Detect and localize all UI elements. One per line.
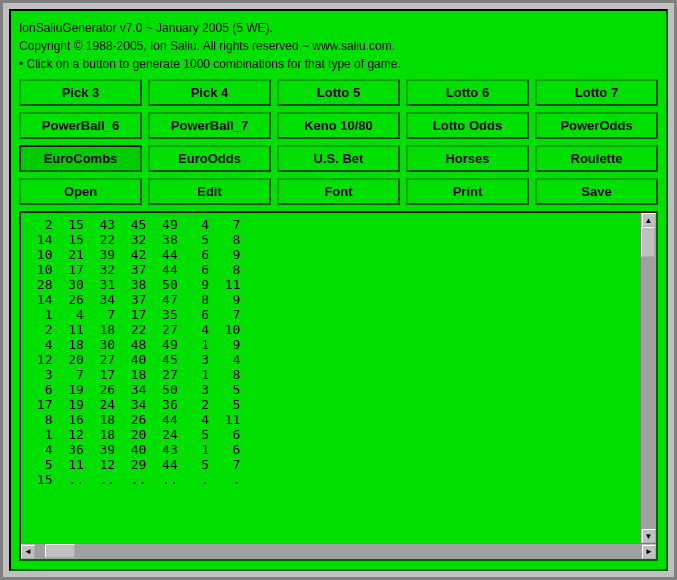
print-button[interactable]: Print [406,178,529,205]
pick4-button[interactable]: Pick 4 [148,79,271,106]
output-inner: 2 15 43 45 49 4 7 14 15 22 32 38 5 8 10 … [21,213,656,543]
button-row-3: EuroCombs EuroOdds U.S. Bet Horses Roule… [19,145,658,172]
header-line3: • Click on a button to generate 1000 com… [19,55,658,73]
lotto6-button[interactable]: Lotto 6 [406,79,529,106]
lotto5-button[interactable]: Lotto 5 [277,79,400,106]
header-section: IonSaliuGenerator v7.0 ~ January 2005 (5… [19,19,658,73]
save-button[interactable]: Save [535,178,658,205]
header-line2: Copyright © 1988-2005, Ion Saliu. All ri… [19,37,658,55]
horses-button[interactable]: Horses [406,145,529,172]
edit-button[interactable]: Edit [148,178,271,205]
horizontal-scrollbar[interactable]: ◄ ► [21,543,656,559]
hscroll-thumb[interactable] [45,544,75,558]
vertical-scrollbar[interactable]: ▲ ▼ [640,213,656,543]
euroodds-button[interactable]: EuroOdds [148,145,271,172]
font-button[interactable]: Font [277,178,400,205]
scroll-down-button[interactable]: ▼ [642,529,656,543]
main-container: IonSaliuGenerator v7.0 ~ January 2005 (5… [9,9,668,571]
hscroll-track[interactable] [35,544,642,559]
keno-button[interactable]: Keno 10/80 [277,112,400,139]
powerball6-button[interactable]: PowerBall_6 [19,112,142,139]
button-row-4: Open Edit Font Print Save [19,178,658,205]
powerodds-button[interactable]: PowerOdds [535,112,658,139]
scroll-track[interactable] [641,227,656,529]
scroll-left-button[interactable]: ◄ [21,545,35,559]
header-line1: IonSaliuGenerator v7.0 ~ January 2005 (5… [19,19,658,37]
powerball7-button[interactable]: PowerBall_7 [148,112,271,139]
output-wrapper: 2 15 43 45 49 4 7 14 15 22 32 38 5 8 10 … [19,211,658,561]
usbet-button[interactable]: U.S. Bet [277,145,400,172]
pick3-button[interactable]: Pick 3 [19,79,142,106]
roulette-button[interactable]: Roulette [535,145,658,172]
eurocombs-button[interactable]: EuroCombs [19,145,142,172]
button-row-1: Pick 3 Pick 4 Lotto 5 Lotto 6 Lotto 7 [19,79,658,106]
lottoodds-button[interactable]: Lotto Odds [406,112,529,139]
open-button[interactable]: Open [19,178,142,205]
lotto7-button[interactable]: Lotto 7 [535,79,658,106]
output-text[interactable]: 2 15 43 45 49 4 7 14 15 22 32 38 5 8 10 … [21,213,640,543]
button-row-2: PowerBall_6 PowerBall_7 Keno 10/80 Lotto… [19,112,658,139]
scroll-up-button[interactable]: ▲ [642,213,656,227]
scroll-thumb[interactable] [641,227,655,257]
scroll-right-button[interactable]: ► [642,545,656,559]
